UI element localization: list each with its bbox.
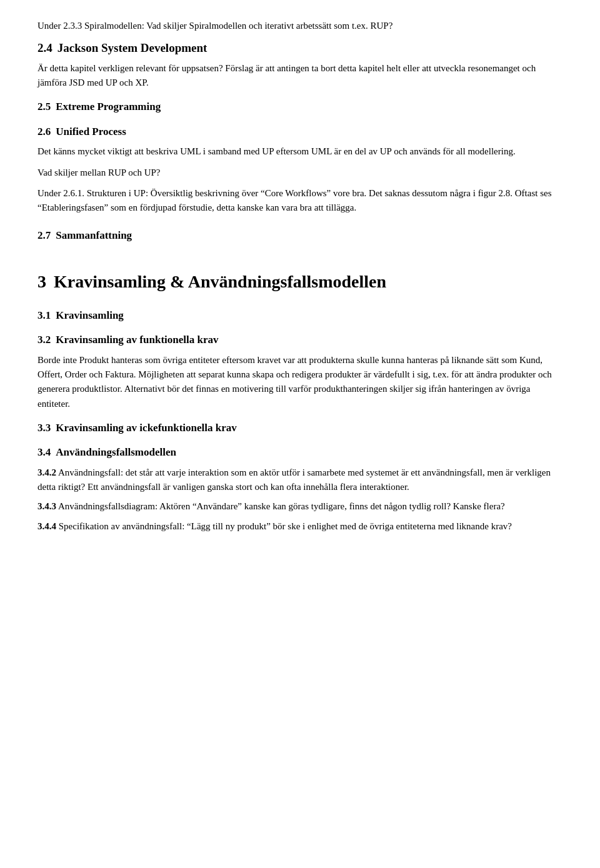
section-2-6-body2: Vad skiljer mellan RUP och UP? [38,166,562,180]
section-3-2-number: 3.2 [38,334,51,346]
section-3-4-sub1: 3.4.2 Användningsfall: det står att varj… [38,466,562,495]
section-2-4-number: 2.4 [38,41,52,54]
section-3-4-sub3: 3.4.4 Specifikation av användningsfall: … [38,519,562,534]
section-3-3: 3.3Kravinsamling av ickefunktionella kra… [38,420,562,436]
section-3-4-sub1-label: 3.4.2 Användningsfall: det står att varj… [38,467,551,492]
section-3-2-body1: Borde inte Produkt hanteras som övriga e… [38,353,562,411]
chapter-3-title: Kravinsamling & Användningsfallsmodellen [54,272,386,291]
section-2-4-body: Är detta kapitel verkligen relevant för … [38,61,562,91]
section-3-3-title: Kravinsamling av ickefunktionella krav [56,422,237,434]
section-2-4-title: Jackson System Development [58,41,208,54]
section-3-4-number: 3.4 [38,446,51,458]
section-3-3-number: 3.3 [38,422,51,434]
section-3-1: 3.1Kravinsamling [38,307,562,324]
section-3-4-sub2: 3.4.3 Användningsfallsdiagram: Aktören “… [38,499,562,514]
section-2-5-number: 2.5 [38,101,51,112]
heading-2-5: 2.5Extreme Programming [38,99,562,115]
heading-2-4: 2.4Jackson System Development [38,39,562,57]
chapter-3-heading: 3Kravinsamling & Användningsfallsmodelle… [38,269,562,295]
section-2-6-title: Unified Process [56,126,126,137]
section-2-7-number: 2.7 [38,229,51,241]
heading-2-6: 2.6Unified Process [38,124,562,140]
section-2-6: 2.6Unified Process Det känns mycket vikt… [38,124,562,216]
section-2-7: 2.7Sammanfattning [38,227,562,244]
heading-2-7: 2.7Sammanfattning [38,227,562,244]
heading-3-1: 3.1Kravinsamling [38,307,562,324]
section-3-4: 3.4Användningsfallsmodellen 3.4.2 Använd… [38,444,562,534]
section-3-4-sub2-label: 3.4.3 Användningsfallsdiagram: Aktören “… [38,501,505,511]
heading-3-4: 3.4Användningsfallsmodellen [38,444,562,461]
chapter-3: 3Kravinsamling & Användningsfallsmodelle… [38,269,562,295]
section-3-4-title: Användningsfallsmodellen [56,446,176,458]
intro-spiralmodellen: Under 2.3.3 Spiralmodellen: Vad skiljer … [38,19,562,33]
section-3-1-title: Kravinsamling [56,309,124,321]
heading-3-3: 3.3Kravinsamling av ickefunktionella kra… [38,420,562,436]
section-2-6-body3: Under 2.6.1. Strukturen i UP: Översiktli… [38,186,562,216]
chapter-3-number: 3 [38,272,46,291]
section-2-4: 2.4Jackson System Development Är detta k… [38,39,562,90]
section-3-1-number: 3.1 [38,309,51,321]
section-3-2-title: Kravinsamling av funktionella krav [56,334,218,346]
section-2-5-title: Extreme Programming [56,101,161,112]
section-2-7-title: Sammanfattning [56,229,132,241]
section-2-6-body1: Det känns mycket viktigt att beskriva UM… [38,144,562,159]
heading-3-2: 3.2Kravinsamling av funktionella krav [38,332,562,348]
section-2-6-number: 2.6 [38,126,51,137]
section-3-2: 3.2Kravinsamling av funktionella krav Bo… [38,332,562,411]
section-3-4-sub3-label: 3.4.4 Specifikation av användningsfall: … [38,521,512,531]
section-2-5: 2.5Extreme Programming [38,99,562,115]
